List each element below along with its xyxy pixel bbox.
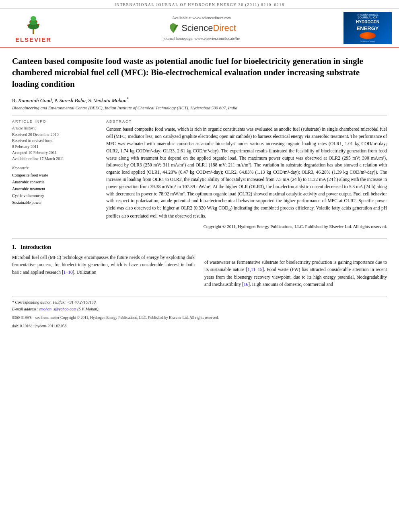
article-history-block: Article history: Received 20 December 20… <box>12 126 97 162</box>
abstract-label: ABSTRACT <box>106 119 387 123</box>
keyword-4: Cyclic voltammetry <box>12 192 97 199</box>
abstract-text: Canteen based composite food waste, whic… <box>106 126 387 220</box>
affiliation-line: Bioengineering and Environmental Centre … <box>12 105 387 110</box>
he-sciencedirect-sub: ScienceDirect <box>360 40 375 43</box>
journal-header: International Journal of Hydrogen Energy… <box>0 0 399 9</box>
available-online-date: Available online 17 March 2011 <box>12 156 97 162</box>
intro-right-col: of wastewater as fermentative substrate … <box>204 244 387 288</box>
svg-point-6 <box>30 21 31 22</box>
he-circle-decoration <box>360 32 376 39</box>
footnote-area: * Corresponding author. Tel./fax: +91 40… <box>12 296 387 329</box>
info-abstract-section: ARTICLE INFO Article history: Received 2… <box>12 119 387 230</box>
center-branding: Available at www.sciencedirect.com Scien… <box>60 16 343 41</box>
abstract-col: ABSTRACT Canteen based composite food wa… <box>106 119 387 230</box>
ref-link-2: 1,11–15 <box>247 267 262 272</box>
svg-rect-0 <box>33 29 34 34</box>
footer-doi: doi:10.1016/j.ijhydene.2011.02.056 <box>12 323 387 329</box>
svg-point-4 <box>27 25 29 26</box>
ref-link-1: 1–10 <box>64 270 73 275</box>
intro-left-text: Microbial fuel cell (MFC) technology enc… <box>12 254 195 276</box>
corresponding-author-text: * Corresponding author. Tel./fax: +91 40… <box>12 300 97 304</box>
keyword-2: Anaerobic consortia <box>12 179 97 185</box>
sd-leaf-icon <box>167 22 180 35</box>
available-at-text: Available at www.sciencedirect.com <box>60 16 343 20</box>
main-content: Canteen based composite food waste as po… <box>0 48 399 336</box>
accepted-date: Accepted 10 February 2011 <box>12 150 97 156</box>
elsevier-label: ELSEVIER <box>15 36 51 43</box>
intro-title: 1. Introduction <box>12 244 195 251</box>
elsevier-tree-icon <box>19 13 47 35</box>
svg-point-7 <box>36 21 37 22</box>
sciencedirect-logo: ScienceDirect <box>60 22 343 35</box>
he-journal-label: JOURNAL OF <box>358 16 377 19</box>
keyword-5: Sustainable power <box>12 199 97 206</box>
elsevier-logo: ELSEVIER <box>7 13 60 43</box>
journal-header-text: International Journal of Hydrogen Energy… <box>115 2 285 7</box>
intro-heading: Introduction <box>21 244 51 250</box>
hydrogen-energy-logo: INTERNATIONAL JOURNAL OF HYDROGEN ENERGY… <box>343 12 392 44</box>
svg-point-5 <box>38 24 39 25</box>
ref-link-3: 16 <box>244 282 249 287</box>
intro-right-text: of wastewater as fermentative substrate … <box>204 259 387 288</box>
intro-number: 1. <box>12 244 16 250</box>
affiliation-text: Bioengineering and Environmental Centre … <box>12 105 237 110</box>
he-hydrogen-label: HYDROGEN <box>356 20 379 25</box>
received-revised-label: Received in revised form <box>12 138 97 144</box>
keyword-3: Anaerobic treatment <box>12 185 97 192</box>
intro-left-col: 1. Introduction Microbial fuel cell (MFC… <box>12 244 195 288</box>
email-label-text: E-mail address: vmohan_s@yahoo.com (S.V.… <box>12 307 99 311</box>
authors-text: R. Kannaiah Goud, P. Suresh Babu, S. Ven… <box>12 97 129 103</box>
branding-row: ELSEVIER Available at www.sciencedirect.… <box>0 9 399 48</box>
email-note: E-mail address: vmohan_s@yahoo.com (S.V.… <box>12 306 387 312</box>
introduction-section: 1. Introduction Microbial fuel cell (MFC… <box>12 238 387 288</box>
received-date: Received 20 December 2010 <box>12 131 97 138</box>
corresponding-author-note: * Corresponding author. Tel./fax: +91 40… <box>12 299 387 306</box>
keywords-block: Keywords: Composite food waste Anaerobic… <box>12 166 97 206</box>
keyword-1: Composite food waste <box>12 172 97 179</box>
history-heading: Article history: <box>12 126 97 130</box>
article-title: Canteen based composite food waste as po… <box>12 55 387 90</box>
journal-homepage-text: journal homepage: www.elsevier.com/locat… <box>60 36 343 41</box>
keywords-heading: Keywords: <box>12 166 97 170</box>
he-energy-label: ENERGY <box>357 25 379 31</box>
abstract-copyright: Copyright © 2011, Hydrogen Energy Public… <box>106 223 387 230</box>
authors-line: R. Kannaiah Goud, P. Suresh Babu, S. Ven… <box>12 96 387 104</box>
article-info-label: ARTICLE INFO <box>12 119 97 123</box>
received-revised-date: 8 February 2011 <box>12 144 97 150</box>
svg-point-3 <box>31 16 36 21</box>
article-info-col: ARTICLE INFO Article history: Received 2… <box>12 119 97 230</box>
divider-1 <box>12 115 387 115</box>
email-link[interactable]: vmohan_s@yahoo.com <box>39 307 76 311</box>
intro-two-col: 1. Introduction Microbial fuel cell (MFC… <box>12 244 387 288</box>
footer-copyright: 0360-3199/$ – see front matter Copyright… <box>12 315 387 320</box>
sd-text: ScienceDirect <box>181 23 236 33</box>
